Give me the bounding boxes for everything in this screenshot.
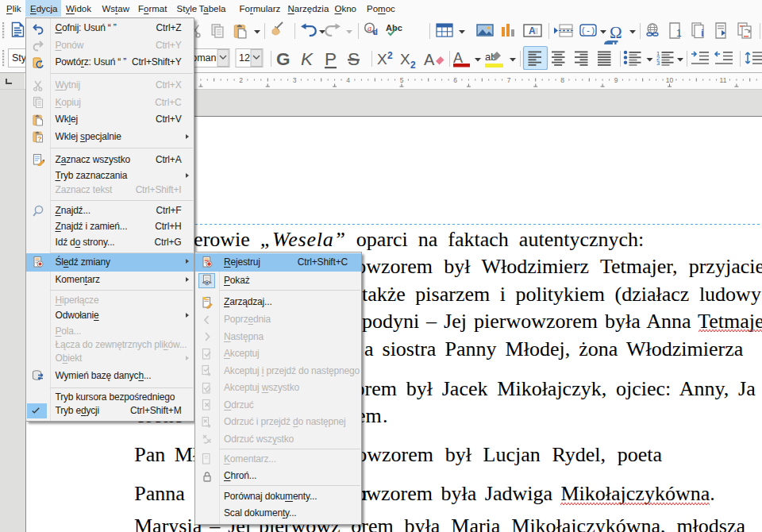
svg-text:2: 2 [410, 60, 416, 71]
svg-text:3: 3 [656, 60, 660, 67]
svg-text:6: 6 [453, 76, 457, 84]
svg-text:12: 12 [239, 52, 250, 64]
svg-text:4: 4 [346, 76, 350, 84]
svg-text:7: 7 [507, 76, 511, 84]
svg-text:G: G [276, 49, 291, 69]
svg-text:a: a [368, 24, 371, 33]
svg-text:9: 9 [614, 76, 618, 84]
svg-text:?: ? [37, 134, 42, 143]
svg-text:(-): (-) [581, 27, 595, 36]
svg-text:d: d [373, 27, 378, 37]
svg-text:1: 1 [676, 28, 682, 39]
svg-text:3: 3 [293, 76, 297, 84]
svg-text:10: 10 [666, 76, 674, 84]
svg-text:2: 2 [387, 50, 393, 61]
svg-text:K: K [301, 49, 314, 69]
svg-text:11: 11 [720, 76, 727, 84]
svg-text:P: P [325, 49, 337, 69]
svg-text:2: 2 [239, 76, 243, 84]
svg-text:5: 5 [400, 76, 404, 84]
svg-text:8: 8 [560, 76, 564, 84]
svg-text:X: X [400, 51, 410, 67]
svg-text:S: S [348, 49, 360, 69]
svg-text:i: i [701, 27, 704, 39]
svg-text:X: X [377, 51, 387, 67]
svg-text:Times New Roman: Times New Roman [190, 52, 217, 64]
svg-text:Ω: Ω [610, 23, 622, 42]
svg-text:A: A [424, 51, 435, 68]
